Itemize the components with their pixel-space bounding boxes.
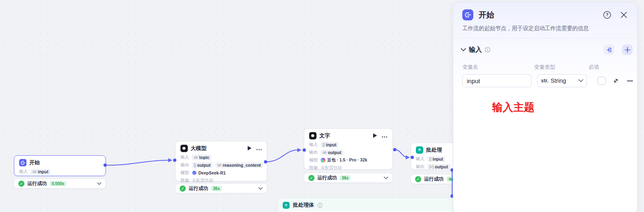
success-check-icon: ✓ [308, 175, 314, 181]
chevron-down-icon[interactable] [97, 182, 101, 185]
edge-start-to-llm [105, 160, 168, 165]
column-header-type: 变量类型 [534, 64, 589, 71]
deepseek-icon [192, 170, 197, 175]
duration-badge: 0.000s [50, 181, 66, 186]
edge-llm-to-text [266, 150, 297, 162]
panel-description: 工作流的起始节点，用于设定启动工作流需要的信息 [453, 20, 637, 38]
variable-tag: strreasoning_content [215, 162, 263, 168]
row-label: 技能 [309, 165, 318, 171]
status-bar-llm[interactable]: ✓ 运行成功 36s [175, 183, 267, 193]
row-label: 模型 [180, 170, 189, 176]
add-variable-button[interactable] [622, 44, 633, 55]
variable-row: str. String [453, 71, 637, 87]
batch-body-icon [283, 202, 290, 209]
row-label: 模型 [309, 157, 318, 163]
start-icon [462, 9, 473, 20]
variable-tag: strtopic [192, 155, 211, 160]
input-section-title: 输入 [469, 46, 482, 54]
node-batch-body[interactable]: 批处理体 [277, 197, 456, 212]
variable-tag: []input [427, 156, 445, 162]
variable-tag: stroutput [321, 150, 343, 155]
type-value: String [551, 77, 566, 84]
variable-tag: [≡]output [427, 164, 450, 170]
chevron-down-icon[interactable] [384, 177, 388, 179]
success-check-icon: ✓ [180, 186, 186, 192]
info-icon [317, 203, 323, 208]
port-dot[interactable] [393, 148, 396, 151]
chevron-down-icon[interactable] [258, 187, 263, 190]
row-label: 输出 [180, 162, 189, 168]
more-icon[interactable] [382, 132, 387, 139]
svg-text:?: ? [606, 12, 608, 17]
chevron-down-icon [578, 79, 583, 82]
doubao-icon [321, 158, 325, 163]
panel-title: 开始 [479, 10, 494, 20]
node-title: 文字 [319, 132, 330, 139]
edge-arrowhead [297, 148, 301, 152]
variable-tag: []input [321, 142, 338, 148]
status-text: 运行成功 [27, 180, 47, 187]
status-text: 运行成功 [189, 185, 208, 192]
row-label: 输入 [309, 142, 318, 148]
remove-variable-icon[interactable] [627, 80, 633, 82]
edge-text-to-batch [395, 150, 406, 157]
edge-arrowhead [168, 158, 172, 162]
duration-badge: 36s [211, 186, 222, 191]
row-label: 输出 [309, 150, 318, 155]
info-icon [485, 47, 490, 53]
row-label: 技能 [180, 178, 189, 183]
skill-value: 未配置技能 [192, 178, 213, 183]
close-icon[interactable] [620, 11, 627, 18]
model-name: 豆包 · 1.5 · Pro · 32k [321, 157, 367, 163]
variable-tag: []output [192, 162, 213, 168]
import-variables-button[interactable] [604, 44, 614, 55]
status-text: 运行成功 [317, 174, 337, 181]
variable-name-input[interactable] [462, 74, 532, 87]
success-check-icon: ✓ [415, 176, 421, 182]
node-title: 批处理体 [293, 201, 314, 209]
help-icon[interactable]: ? [603, 11, 611, 19]
status-bar-start[interactable]: ✓ 运行成功 0.000s [14, 179, 106, 188]
variable-type-select[interactable]: str. String [537, 74, 587, 87]
row-label: 输入 [19, 169, 28, 174]
column-header-required: 必填 [589, 64, 599, 71]
text-node-icon [309, 132, 317, 139]
node-title: 开始 [29, 159, 40, 166]
node-text[interactable]: 文字 输入 []input 输出 stroutput 模型 豆包 · 1.5 ·… [304, 128, 393, 170]
row-label: 输入 [180, 155, 189, 160]
skill-value: 未配置技能 [321, 165, 342, 171]
start-icon [19, 159, 26, 166]
row-label: 输入 [416, 156, 424, 162]
config-panel: 开始 ? 工作流的起始节点，用于设定启动工作流需要的信息 输入 变量名 变量类型… [453, 2, 637, 212]
column-header-name: 变量名 [462, 64, 534, 71]
variable-tag: strinput [31, 169, 51, 174]
edge-arrowhead [406, 155, 410, 159]
row-label: 输出 [416, 164, 424, 170]
required-checkbox[interactable] [598, 77, 606, 85]
success-check-icon: ✓ [18, 181, 24, 187]
status-bar-text[interactable]: ✓ 运行成功 36s [304, 173, 393, 183]
play-icon[interactable] [373, 132, 377, 139]
chevron-down-icon[interactable] [461, 48, 466, 51]
play-icon[interactable] [248, 145, 252, 152]
model-name: DeepSeek-R1 [192, 170, 226, 175]
llm-icon [180, 145, 188, 152]
node-title: 批处理 [426, 146, 442, 154]
status-text: 运行成功 [424, 176, 444, 183]
node-start[interactable]: 开始 输入 strinput [14, 155, 106, 176]
type-prefix: str. [541, 78, 549, 84]
more-icon[interactable] [256, 145, 262, 152]
red-annotation-text: 输入主题 [492, 100, 534, 115]
duration-badge: 36s [340, 175, 351, 181]
node-title: 大模型 [191, 145, 207, 152]
batch-icon [416, 146, 423, 154]
expand-icon[interactable] [613, 77, 619, 84]
node-llm[interactable]: 大模型 输入 strtopic 输出 []output strreasoning… [175, 141, 267, 181]
